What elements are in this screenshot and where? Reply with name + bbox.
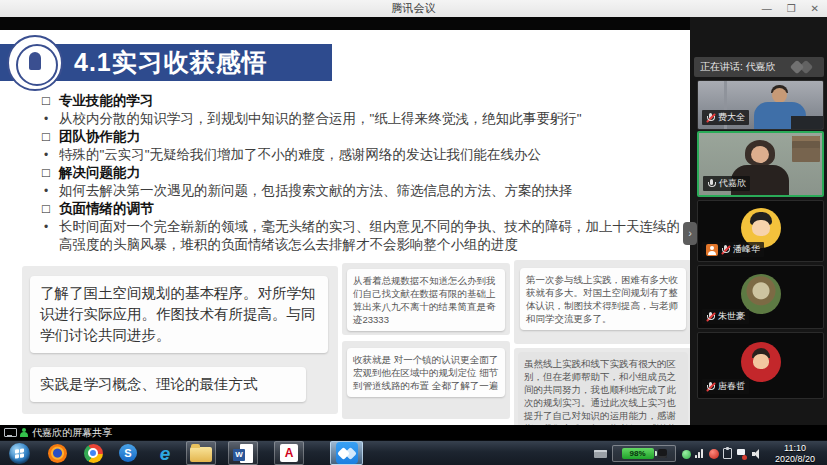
tray-clipboard-icon[interactable] <box>723 448 732 459</box>
battery-indicator[interactable]: 98% <box>612 445 676 462</box>
bullet-point-text: 从校内分散的知识学习，到规划中知识的整合运用，"纸上得来终觉浅，绝知此事要躬行" <box>59 110 690 128</box>
word-icon: W <box>233 444 253 463</box>
participant-tile-avatar[interactable]: 潘峰华 <box>697 200 824 262</box>
bullet-point: • 长时间面对一个完全崭新的领域，毫无头绪的实习、组内意见不同的争执、技术的障碍… <box>42 218 690 254</box>
dot-bullet-marker: • <box>42 218 59 254</box>
participant-label: 潘峰华 <box>702 242 764 257</box>
square-bullet-marker: □ <box>42 164 59 182</box>
participant-label: 代嘉欣 <box>703 176 750 191</box>
video-background <box>791 116 823 129</box>
bullet-point: • 从校内分散的知识学习，到规划中知识的整合运用，"纸上得来终觉浅，绝知此事要躬… <box>42 110 690 128</box>
tray-status-green-icon[interactable] <box>682 450 691 459</box>
square-bullet-marker: □ <box>42 128 59 146</box>
bullet-heading: □ 负面情绪的调节 <box>42 200 690 218</box>
taskbar-item-chrome[interactable] <box>78 441 108 465</box>
chrome-icon <box>84 444 103 463</box>
taskbar-clock[interactable]: 11:10 2020/8/20 <box>766 443 824 465</box>
battery-icon: 98% <box>622 448 654 459</box>
bullet-heading: □ 专业技能的学习 <box>42 92 690 110</box>
screen-share-label: 代嘉欣的屏幕共享 <box>32 426 112 440</box>
taskbar-item-ie[interactable]: e <box>150 441 180 465</box>
participant-label: 费大全 <box>702 110 749 125</box>
dot-bullet-marker: • <box>42 146 59 164</box>
shared-slide: 4.1实习收获感悟 □ 专业技能的学习 • 从校内分散的知识学习，到规划中知识的… <box>0 30 694 425</box>
taskbar-item-tencent-meeting[interactable] <box>330 441 363 465</box>
participant-name: 唐春哲 <box>718 380 745 393</box>
tray-app-red-icon[interactable] <box>709 449 719 459</box>
comment-card: 收获就是 对一个镇的认识更全面了 宏观到他在区域中的规划定位 细节到管道线路的布… <box>347 348 505 397</box>
window-controls: — ❐ ✕ <box>762 0 819 17</box>
taskbar-item-firefox[interactable] <box>42 441 72 465</box>
maximize-button[interactable]: ❐ <box>787 0 796 17</box>
dot-bullet-marker: • <box>42 110 59 128</box>
internet-explorer-icon: e <box>160 444 171 463</box>
start-button[interactable] <box>4 441 34 465</box>
bullet-point: • 如何去解决第一次遇见的新问题，包括搜索文献的方法、筛选信息的方法、方案的抉择 <box>42 182 690 200</box>
minimize-button[interactable]: — <box>762 0 772 17</box>
bullet-heading-text: 解决问题能力 <box>59 164 690 182</box>
bullet-heading: □ 团队协作能力 <box>42 128 690 146</box>
taskbar-item-sogou[interactable]: S <box>113 441 143 465</box>
monitor-icon <box>4 428 15 437</box>
slide-title: 4.1实习收获感悟 <box>74 46 268 79</box>
input-method-icon[interactable] <box>594 450 607 458</box>
sidebar-collapse-handle[interactable]: › <box>683 222 697 245</box>
window-title: 腾讯会议 <box>392 1 436 16</box>
mic-muted-icon <box>706 113 715 123</box>
participants-sidebar: 正在讲话: 代嘉欣 费大全 <box>690 17 827 425</box>
dot-bullet-marker: • <box>42 182 59 200</box>
speaker-icon[interactable] <box>752 449 762 459</box>
participant-silhouette <box>772 88 787 103</box>
participant-name: 费大全 <box>718 111 745 124</box>
host-badge-icon <box>706 244 718 256</box>
participant-name: 潘峰华 <box>733 243 760 256</box>
bullet-point-text: 长时间面对一个完全崭新的领域，毫无头绪的实习、组内意见不同的争执、技术的障碍，加… <box>59 218 690 254</box>
mic-muted-icon <box>721 245 730 255</box>
close-button[interactable]: ✕ <box>811 0 819 17</box>
participant-label: 唐春哲 <box>702 379 749 394</box>
tencent-meeting-window: 腾讯会议 — ❐ ✕ 4.1实习收获感悟 □ 专业技能的学习 • 从校内分散的知… <box>0 0 827 465</box>
comment-card: 实践是学习概念、理论的最佳方式 <box>30 367 306 402</box>
participant-name: 代嘉欣 <box>719 177 746 190</box>
participant-tile-avatar[interactable]: 唐春哲 <box>697 332 824 399</box>
bullet-heading-text: 团队协作能力 <box>59 128 690 146</box>
comments-panel-left: 了解了国土空间规划的基本程序。对所学知识进行实际应用。作图技术有所提高。与同学们… <box>22 266 338 414</box>
participant-name: 朱世豪 <box>718 310 745 323</box>
tencent-meeting-logo-watermark <box>790 61 816 74</box>
windows-logo-icon <box>9 443 30 464</box>
university-seal-logo <box>7 35 63 91</box>
taskbar-item-acrobat[interactable]: A <box>274 441 304 465</box>
tencent-meeting-icon <box>336 442 358 464</box>
bullet-heading-text: 负面情绪的调节 <box>59 200 690 218</box>
video-background <box>792 136 820 162</box>
comments-panel-right-top: 第一次参与线上实践，困难有多大收获就有多大。对国土空间规划有了整体认识，制图技术… <box>514 260 692 344</box>
comment-card: 第一次参与线上实践，困难有多大收获就有多大。对国土空间规划有了整体认识，制图技术… <box>520 268 686 330</box>
active-speaker-banner: 正在讲话: 代嘉欣 <box>694 57 824 77</box>
network-signal-icon[interactable] <box>695 449 703 458</box>
participant-tile-avatar[interactable]: 朱世豪 <box>697 265 824 329</box>
word-letter: W <box>233 449 245 461</box>
active-speaker-label: 正在讲话: 代嘉欣 <box>700 60 776 74</box>
comment-card: 虽然线上实践和线下实践有很大的区别，但在老师帮助下，和小组成员之间的共同努力，我… <box>518 352 688 425</box>
taskbar-item-word[interactable]: W <box>228 441 258 465</box>
presenter-icon <box>19 428 28 438</box>
taskbar-item-explorer[interactable] <box>186 441 216 465</box>
mic-muted-icon <box>706 312 715 322</box>
chevron-right-icon: › <box>688 228 692 239</box>
action-center-flag-icon[interactable] <box>737 449 747 460</box>
comments-panel-right-bottom: 虽然线上实践和线下实践有很大的区别，但在老师帮助下，和小组成员之间的共同努力，我… <box>514 348 692 425</box>
participant-tile-video-speaking[interactable]: 代嘉欣 <box>697 131 824 197</box>
windows-flag-icon <box>15 448 24 458</box>
bullet-point-text: 特殊的"云实习"无疑给我们增加了不小的难度，感谢网络的发达让我们能在线办公 <box>59 146 690 164</box>
power-plug-icon <box>658 449 667 458</box>
comments-panel-mid-top: 从看着总规数据不知道怎么办到我们自己找文献在数据有限的基础上算出来八九不离十的结… <box>342 263 510 335</box>
windows-taskbar: S e W A 98% 11:10 2020/8/20 <box>0 440 827 465</box>
participant-tile-video[interactable]: 费大全 <box>697 80 824 130</box>
comments-panel-mid-bottom: 收获就是 对一个镇的认识更全面了 宏观到他在区域中的规划定位 细节到管道线路的布… <box>342 341 510 419</box>
mic-muted-icon <box>706 382 715 392</box>
comment-card: 从看着总规数据不知道怎么办到我们自己找文献在数据有限的基础上算出来八九不离十的结… <box>347 269 505 331</box>
sogou-browser-icon: S <box>119 444 137 462</box>
window-titlebar: 腾讯会议 — ❐ ✕ <box>0 0 827 17</box>
battery-percent: 98% <box>629 450 645 458</box>
acrobat-pdf-icon: A <box>280 444 298 462</box>
